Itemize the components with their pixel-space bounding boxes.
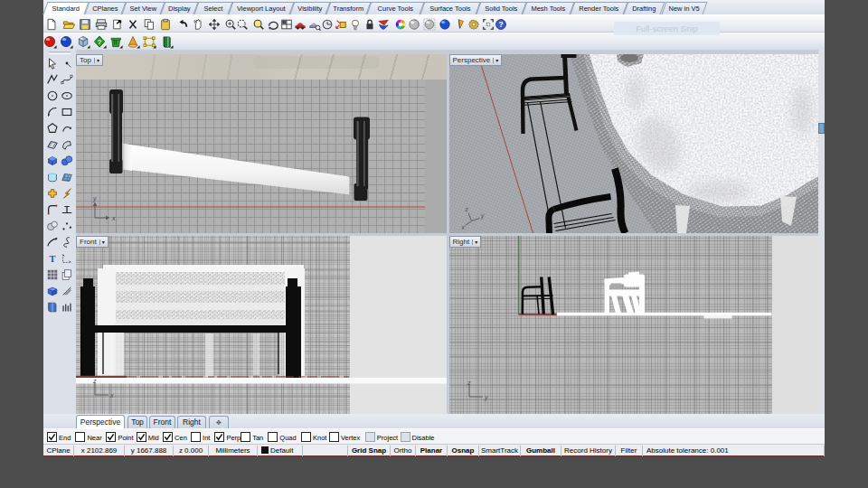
svg-text:x: x — [109, 392, 114, 399]
svg-text:z: z — [92, 378, 97, 384]
svg-text:x: x — [111, 215, 116, 221]
svg-text:y: y — [484, 394, 488, 401]
svg-text:?: ? — [98, 38, 102, 46]
svg-text:y: y — [92, 195, 97, 202]
svg-text:T: T — [49, 254, 55, 264]
svg-text:z: z — [467, 380, 471, 386]
svg-text:?: ? — [498, 19, 503, 28]
